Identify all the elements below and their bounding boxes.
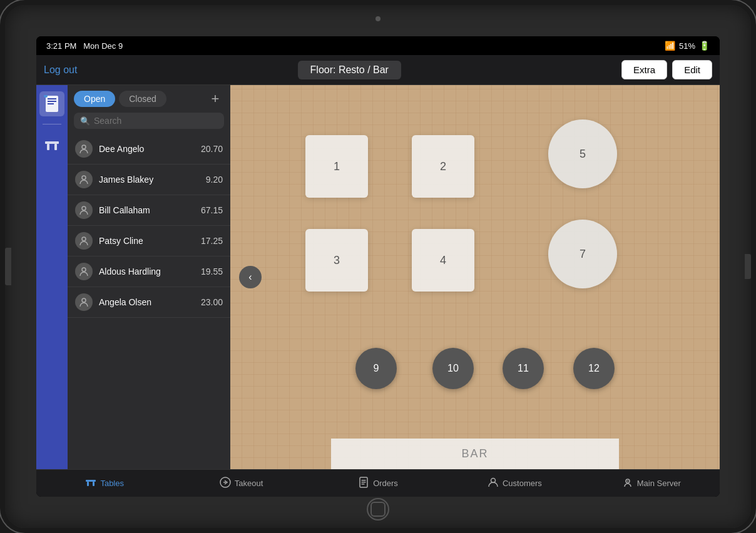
table-t3[interactable]: 3 xyxy=(305,229,368,292)
customers-icon xyxy=(488,477,499,490)
tab-customers-label: Customers xyxy=(503,479,542,488)
tab-bar: Open Closed + xyxy=(68,85,230,113)
svg-point-11 xyxy=(82,237,86,241)
tab-server-label: Main Server xyxy=(637,479,681,488)
table-t11[interactable]: 11 xyxy=(503,348,544,389)
status-date: Mon Dec 9 xyxy=(83,41,123,51)
edit-button[interactable]: Edit xyxy=(672,60,712,79)
orders-icon xyxy=(358,477,369,490)
customer-avatar xyxy=(75,140,93,158)
bottom-nav: Tables Takeout xyxy=(36,469,720,497)
table-label: 2 xyxy=(440,160,446,173)
customer-name: Angela Olsen xyxy=(99,297,201,307)
table-t5[interactable]: 5 xyxy=(548,119,617,188)
customer-panel: Open Closed + 🔍 xyxy=(68,85,230,469)
svg-point-24 xyxy=(627,480,628,482)
svg-rect-3 xyxy=(48,103,54,104)
floor-area: ‹ BAR 1234579101112 xyxy=(230,85,720,469)
table-t7[interactable]: 7 xyxy=(548,220,617,288)
customer-avatar xyxy=(75,232,93,250)
sidebar-table-icon[interactable] xyxy=(39,132,64,157)
svg-point-10 xyxy=(82,206,86,210)
search-input[interactable] xyxy=(94,116,218,126)
closed-tab[interactable]: Closed xyxy=(119,91,166,107)
search-icon: 🔍 xyxy=(80,116,90,126)
tab-takeout-label: Takeout xyxy=(235,479,263,488)
table-label: 3 xyxy=(334,254,340,267)
customer-name: Aldous Hardling xyxy=(99,266,201,277)
tab-tables[interactable]: Tables xyxy=(36,477,173,490)
customer-row[interactable]: Angela Olsen 23.00 xyxy=(68,287,230,318)
table-t10[interactable]: 10 xyxy=(432,348,474,389)
tab-takeout[interactable]: Takeout xyxy=(173,477,309,490)
tab-tables-label: Tables xyxy=(100,479,124,488)
main-layout: Open Closed + 🔍 xyxy=(36,85,720,469)
svg-point-9 xyxy=(82,176,86,180)
wifi-icon: 📶 xyxy=(665,41,675,51)
svg-rect-15 xyxy=(87,482,89,486)
customer-name: Dee Angelo xyxy=(99,144,201,154)
svg-rect-1 xyxy=(48,98,56,99)
tab-orders-label: Orders xyxy=(373,479,398,488)
tab-orders[interactable]: Orders xyxy=(310,477,446,490)
header-actions: Extra Edit xyxy=(621,60,712,79)
table-icon xyxy=(85,477,96,490)
customer-name: Patsy Cline xyxy=(99,236,201,246)
tab-customers[interactable]: Customers xyxy=(446,477,583,490)
table-label: 9 xyxy=(374,363,379,374)
table-label: 5 xyxy=(580,148,586,161)
customer-avatar xyxy=(75,201,93,219)
customer-row[interactable]: Aldous Hardling 19.55 xyxy=(68,256,230,287)
customer-avatar xyxy=(75,293,93,311)
customer-row[interactable]: James Blakey 9.20 xyxy=(68,165,230,195)
sidebar-orders-icon[interactable] xyxy=(39,91,64,116)
customer-row[interactable]: Bill Callaham 67.15 xyxy=(68,195,230,226)
takeout-icon xyxy=(220,477,231,490)
table-t12[interactable]: 12 xyxy=(573,348,615,389)
svg-rect-2 xyxy=(48,101,56,102)
table-t2[interactable]: 2 xyxy=(412,135,474,198)
table-t1[interactable]: 1 xyxy=(305,135,368,198)
extra-button[interactable]: Extra xyxy=(621,60,667,79)
customer-amount: 19.55 xyxy=(201,266,223,277)
table-t9[interactable]: 9 xyxy=(355,348,397,389)
svg-rect-7 xyxy=(54,144,57,150)
customer-list: Dee Angelo 20.70 James Blakey 9.20 Bill … xyxy=(68,134,230,469)
tab-server[interactable]: Main Server xyxy=(583,477,720,490)
table-label: 1 xyxy=(334,160,340,173)
customer-avatar xyxy=(75,171,93,188)
table-t4[interactable]: 4 xyxy=(412,229,474,292)
status-indicators: 📶 51% 🔋 xyxy=(665,41,710,51)
server-icon xyxy=(622,477,633,490)
table-label: 7 xyxy=(580,248,586,261)
svg-rect-20 xyxy=(362,482,366,483)
table-label: 11 xyxy=(518,363,529,374)
customer-row[interactable]: Dee Angelo 20.70 xyxy=(68,134,230,165)
customer-name: James Blakey xyxy=(99,175,206,185)
bar-label: BAR xyxy=(331,439,619,469)
svg-rect-19 xyxy=(362,480,366,481)
svg-point-8 xyxy=(82,145,86,149)
svg-rect-16 xyxy=(93,482,94,486)
floor-title: Floor: Resto / Bar xyxy=(298,61,401,79)
battery-icon: 🔋 xyxy=(699,41,710,51)
open-tab[interactable]: Open xyxy=(74,91,115,107)
logout-button[interactable]: Log out xyxy=(44,64,77,76)
toggle-panel-button[interactable]: ‹ xyxy=(239,266,262,288)
add-icon: + xyxy=(212,91,220,107)
status-time-date: 3:21 PM Mon Dec 9 xyxy=(46,41,123,51)
customer-row[interactable]: Patsy Cline 17.25 xyxy=(68,226,230,256)
sidebar-icons xyxy=(36,85,68,469)
svg-point-13 xyxy=(82,298,86,302)
customer-amount: 67.15 xyxy=(201,205,223,215)
status-time: 3:21 PM xyxy=(46,41,76,51)
floor-texture xyxy=(230,85,720,469)
table-label: 12 xyxy=(588,363,600,374)
title-bar: Log out Floor: Resto / Bar Extra Edit xyxy=(36,55,720,85)
customer-amount: 17.25 xyxy=(201,236,223,246)
svg-rect-5 xyxy=(45,141,59,144)
svg-rect-21 xyxy=(362,484,365,485)
customer-amount: 9.20 xyxy=(206,175,223,185)
search-box: 🔍 xyxy=(74,113,224,129)
add-customer-button[interactable]: + xyxy=(207,90,224,108)
